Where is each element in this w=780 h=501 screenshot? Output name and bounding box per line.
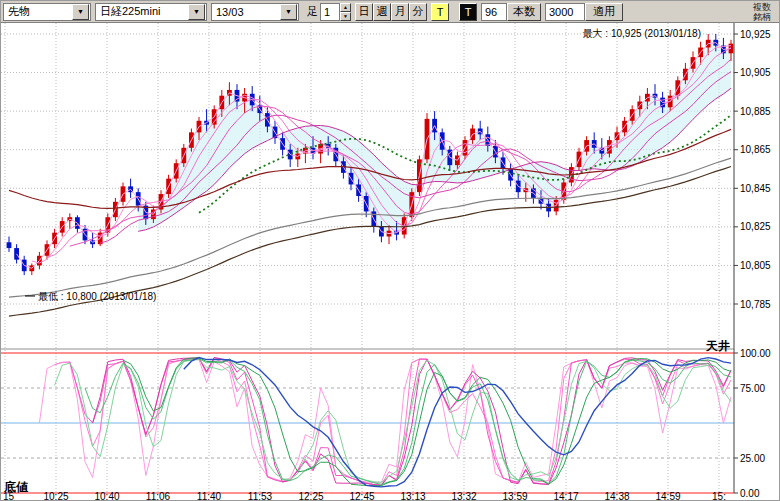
apply-button-label: 適用 — [593, 4, 615, 19]
time-tick-label: 14:17 — [553, 491, 578, 501]
range-input[interactable]: 3000 — [545, 3, 585, 21]
price-tick-label: 10,925 — [740, 29, 771, 40]
chart-window: 先物 ▼ 日経225mini ▼ 13/03 ▼ 足 1 ▲ ▼ 日 週 月 分… — [0, 0, 780, 501]
bar-count-button[interactable]: 本数 — [507, 3, 541, 21]
floor-label: 底値 — [3, 480, 29, 494]
period-month-button[interactable]: 月 — [391, 3, 409, 21]
time-tick-label: 12:25 — [298, 491, 323, 501]
bar-count-label: 本数 — [513, 4, 535, 19]
period-minute-label: 分 — [413, 4, 424, 19]
time-tick-label: 11:06 — [146, 491, 171, 501]
chevron-down-icon[interactable]: ▼ — [280, 4, 297, 20]
stepper-up-icon[interactable]: ▲ — [340, 3, 351, 12]
time-tick-label: 10:40 — [94, 491, 119, 501]
period-minute-button[interactable]: 分 — [409, 3, 427, 21]
oscillator-tick-label: 0.00 — [740, 488, 760, 499]
oscillator-tick-label: 25.00 — [740, 453, 765, 464]
stepper-down-icon[interactable]: ▼ — [340, 12, 351, 21]
chevron-down-icon[interactable]: ▼ — [72, 4, 89, 20]
interval-input[interactable]: 1 — [320, 3, 340, 21]
max-annotation: 最大 : 10,925 (2013/01/18) — [583, 28, 701, 39]
time-tick-label: 11:40 — [197, 491, 222, 501]
price-tick-label: 10,845 — [740, 183, 771, 194]
price-tick-label: 10,865 — [740, 144, 771, 155]
tick-toggle-button[interactable]: T — [431, 3, 449, 21]
stochastic-lines — [39, 358, 731, 487]
market-select[interactable]: 先物 ▼ — [3, 3, 91, 21]
interval-value: 1 — [324, 6, 330, 18]
toolbar: 先物 ▼ 日経225mini ▼ 13/03 ▼ 足 1 ▲ ▼ 日 週 月 分… — [1, 1, 780, 23]
oscillator-tick-label: 100.00 — [740, 348, 771, 359]
time-tick-label: 14:38 — [604, 491, 629, 501]
contract-select[interactable]: 13/03 ▼ — [211, 3, 299, 21]
time-tick-label: 12:45 — [349, 491, 374, 501]
chart-area[interactable]: 10,92510,90510,88510,86510,84510,82510,8… — [1, 23, 780, 501]
apply-button[interactable]: 適用 — [585, 3, 623, 21]
time-tick-label: 15: — [712, 491, 726, 501]
symbol-select[interactable]: 日経225mini ▼ — [95, 3, 207, 21]
price-tick-label: 10,805 — [740, 260, 771, 271]
price-tick-label: 10,885 — [740, 106, 771, 117]
period-day-label: 日 — [359, 4, 370, 19]
market-select-value: 先物 — [4, 4, 71, 19]
time-tick-label: 13:32 — [451, 491, 476, 501]
symbol-select-value: 日経225mini — [96, 4, 187, 19]
period-week-label: 週 — [377, 4, 388, 19]
ceiling-label: 天井 — [705, 339, 730, 353]
time-tick-label: 13:59 — [502, 491, 527, 501]
time-tick-label: 14:59 — [655, 491, 680, 501]
period-day-button[interactable]: 日 — [355, 3, 373, 21]
min-annotation: 最低 : 10,800 (2013/01/18) — [38, 291, 156, 302]
chevron-down-icon[interactable]: ▼ — [188, 4, 205, 20]
price-and-oscillator-chart: 10,92510,90510,88510,86510,84510,82510,8… — [1, 23, 780, 501]
range-value: 3000 — [549, 6, 573, 18]
price-tick-label: 10,905 — [740, 67, 771, 78]
interval-stepper[interactable]: ▲ ▼ — [340, 3, 351, 21]
theme-toggle-button[interactable]: T — [459, 3, 477, 21]
oscillator-tick-label: 75.00 — [740, 383, 765, 394]
bar-type-label: 足 — [307, 4, 318, 19]
price-tick-label: 10,785 — [740, 299, 771, 310]
time-tick-label: 10:25 — [43, 491, 68, 501]
period-week-button[interactable]: 週 — [373, 3, 391, 21]
period-month-label: 月 — [395, 4, 406, 19]
price-tick-label: 10,825 — [740, 221, 771, 232]
bar-count-value: 96 — [485, 6, 497, 18]
time-tick-label: 11:53 — [248, 491, 273, 501]
time-tick-label: 13:13 — [400, 491, 425, 501]
tick-toggle-label: T — [437, 6, 444, 18]
contract-select-value: 13/03 — [212, 6, 279, 18]
bar-count-input[interactable]: 96 — [481, 3, 507, 21]
theme-toggle-label: T — [465, 6, 472, 18]
multi-symbol-link[interactable]: 複数銘柄 — [753, 2, 779, 22]
